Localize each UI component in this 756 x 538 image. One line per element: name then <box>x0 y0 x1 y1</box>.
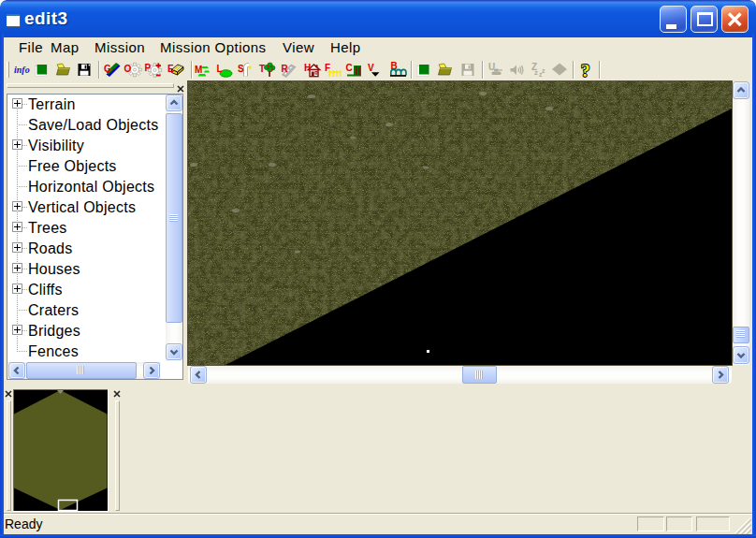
svg-text:info: info <box>14 65 30 75</box>
svg-text:F: F <box>325 63 330 73</box>
svg-text:H: H <box>304 63 311 73</box>
svg-text:P: P <box>145 63 152 73</box>
svg-text:S: S <box>238 64 244 74</box>
svg-text:C: C <box>346 63 353 73</box>
svg-text:z: z <box>534 68 538 77</box>
svg-text:G: G <box>104 64 111 74</box>
svg-text:z: z <box>542 67 545 74</box>
svg-text:O: O <box>124 64 132 74</box>
svg-text:R: R <box>282 64 289 74</box>
svg-text:E: E <box>167 64 174 74</box>
svg-text:L: L <box>217 64 223 74</box>
svg-text:B: B <box>391 61 398 71</box>
svg-text:T: T <box>259 64 265 74</box>
svg-text:V: V <box>368 63 374 73</box>
svg-text:?: ? <box>581 61 590 80</box>
svg-text:M: M <box>195 65 202 75</box>
